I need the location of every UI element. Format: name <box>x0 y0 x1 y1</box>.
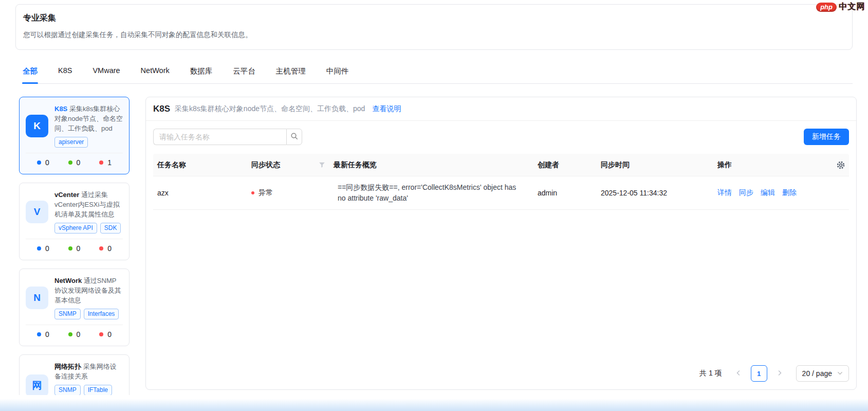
card-description: K8S 采集k8s集群核心对象node节点、命名空间、工作负载、pod <box>54 104 123 133</box>
stat-error: 1 <box>99 158 112 167</box>
stat-running: 0 <box>37 244 49 253</box>
card-stats: 0 0 0 <box>26 330 123 339</box>
card-title: 网络拓扑 <box>54 363 81 370</box>
card-text: K8S 采集k8s集群核心对象node节点、命名空间、工作负载、pod apis… <box>54 104 123 148</box>
settings-icon[interactable] <box>837 161 845 169</box>
page-number-1[interactable]: 1 <box>751 365 767 382</box>
stat-value: 0 <box>45 158 49 167</box>
error-dot-icon <box>251 191 254 194</box>
tab-k8s[interactable]: K8S <box>58 65 72 83</box>
tag-iftable: IFTable <box>84 385 112 395</box>
status-label: 异常 <box>258 188 273 198</box>
stat-success: 0 <box>68 330 81 338</box>
tab-middleware[interactable]: 中间件 <box>326 65 349 83</box>
search-button[interactable] <box>286 129 302 145</box>
card-description: 网络拓扑 采集网络设备连接关系 <box>54 362 123 381</box>
card-divider <box>26 239 123 239</box>
summary-text: ==同步数据失败==, error='CollectK8sMetrics' ob… <box>334 176 529 209</box>
cell-latest-summary: ==同步数据失败==, error='CollectK8sMetrics' ob… <box>329 176 533 209</box>
filter-icon[interactable] <box>319 162 325 168</box>
stat-running: 0 <box>37 330 49 338</box>
panel-description: 采集k8s集群核心对象node节点、命名空间、工作负载、pod <box>175 104 365 114</box>
panel-header: K8S 采集k8s集群核心对象node节点、命名空间、工作负载、pod 查看说明 <box>146 97 856 121</box>
tag-snmp: SNMP <box>54 385 81 395</box>
blue-dot-icon <box>37 160 41 165</box>
add-task-button[interactable]: 新增任务 <box>804 129 849 145</box>
collector-card-vcenter[interactable]: V vCenter 通过采集vCenter内ESXi与虚拟机清单及其属性信息 v… <box>19 183 130 260</box>
stat-value: 0 <box>77 330 81 338</box>
detail-link[interactable]: 详情 <box>717 188 732 198</box>
task-table: 任务名称 同步状态 最新任务概览 创建者 同步时间 操作 <box>153 154 849 210</box>
card-title: K8S <box>54 105 67 113</box>
stat-value: 1 <box>107 158 112 167</box>
card-description: vCenter 通过采集vCenter内ESXi与虚拟机清单及其属性信息 <box>54 190 123 219</box>
card-top: N NetWork 通过SNMP协议发现网络设备及其基本信息 SNMP Inte… <box>26 276 123 319</box>
card-tags: SNMP Interfaces <box>54 309 123 319</box>
panel-spacer <box>146 210 856 365</box>
panel-title: K8S <box>153 104 170 114</box>
cell-actions: 详情 同步 编辑 删除 <box>713 188 849 198</box>
column-header-actions: 操作 <box>713 160 849 170</box>
card-stats: 0 0 0 <box>26 244 123 254</box>
card-divider <box>26 153 123 153</box>
network-avatar: N <box>26 287 48 309</box>
stat-success: 0 <box>68 244 81 253</box>
red-dot-icon <box>99 246 103 251</box>
collector-card-topology[interactable]: 网 网络拓扑 采集网络设备连接关系 SNMP IFTable ARP <box>19 354 130 395</box>
green-dot-icon <box>68 246 72 251</box>
blue-dot-icon <box>37 332 41 336</box>
tab-all[interactable]: 全部 <box>22 65 38 83</box>
stat-value: 0 <box>107 330 112 338</box>
pagination-total: 共 1 项 <box>699 369 722 378</box>
search-group <box>153 129 302 145</box>
page-header-card: 专业采集 您可以根据通过创建采集任务，自动采集不同对象的配置信息和关联信息。 <box>15 4 853 50</box>
row-actions: 详情 同步 编辑 删除 <box>717 188 797 198</box>
pagination: 共 1 项 1 20 / page <box>146 365 856 389</box>
sync-link[interactable]: 同步 <box>739 188 753 198</box>
page-title: 专业采集 <box>23 13 845 24</box>
table-row: azx 异常 ==同步数据失败==, error='CollectK8sMetr… <box>153 176 849 210</box>
stat-success: 0 <box>68 158 81 167</box>
card-text: NetWork 通过SNMP协议发现网络设备及其基本信息 SNMP Interf… <box>54 276 123 319</box>
tab-host[interactable]: 主机管理 <box>275 65 306 83</box>
tag-sdk: SDK <box>100 223 121 234</box>
delete-link[interactable]: 删除 <box>782 188 797 198</box>
content-area: K K8S 采集k8s集群核心对象node节点、命名空间、工作负载、pod ap… <box>19 97 857 395</box>
k8s-avatar: K <box>26 115 48 137</box>
tab-database[interactable]: 数据库 <box>190 65 213 83</box>
green-dot-icon <box>68 160 72 165</box>
column-header-task-name: 任务名称 <box>153 160 247 170</box>
card-text: 网络拓扑 采集网络设备连接关系 SNMP IFTable ARP <box>54 362 123 395</box>
card-divider <box>26 325 123 325</box>
site-watermark: php 中文网 <box>816 2 865 12</box>
next-page-button[interactable] <box>771 365 788 382</box>
view-help-link[interactable]: 查看说明 <box>372 104 401 114</box>
stat-error: 0 <box>99 330 112 338</box>
red-dot-icon <box>99 160 103 165</box>
chevron-left-icon <box>735 370 742 378</box>
tab-network[interactable]: NetWork <box>140 65 170 83</box>
column-header-sync-status: 同步状态 <box>247 160 329 170</box>
search-icon <box>290 132 298 141</box>
card-tags: apiserver <box>54 137 123 148</box>
search-input[interactable] <box>153 129 286 145</box>
tab-cloud[interactable]: 云平台 <box>232 65 256 83</box>
page-size-select[interactable]: 20 / page <box>796 365 849 382</box>
prev-page-button[interactable] <box>730 365 747 382</box>
edit-link[interactable]: 编辑 <box>761 188 775 198</box>
stat-running: 0 <box>37 158 49 167</box>
tab-vmware[interactable]: VMware <box>92 65 120 83</box>
collector-card-k8s[interactable]: K K8S 采集k8s集群核心对象node节点、命名空间、工作负载、pod ap… <box>19 97 130 174</box>
category-tabs: 全部 K8S VMware NetWork 数据库 云平台 主机管理 中间件 <box>22 65 853 84</box>
task-panel: K8S 采集k8s集群核心对象node节点、命名空间、工作负载、pod 查看说明 <box>145 97 857 390</box>
column-header-sync-time: 同步时间 <box>597 160 713 170</box>
bottom-gradient <box>0 399 868 411</box>
php-logo-icon: php <box>816 3 837 12</box>
tag-snmp: SNMP <box>54 309 81 319</box>
page-size-value: 20 / page <box>802 369 832 378</box>
column-header-latest-summary: 最新任务概览 <box>329 160 533 170</box>
collector-card-network[interactable]: N NetWork 通过SNMP协议发现网络设备及其基本信息 SNMP Inte… <box>19 269 130 346</box>
card-description: NetWork 通过SNMP协议发现网络设备及其基本信息 <box>54 276 123 305</box>
page: php 中文网 专业采集 您可以根据通过创建采集任务，自动采集不同对象的配置信息… <box>0 0 868 411</box>
column-header-creator: 创建者 <box>533 160 597 170</box>
